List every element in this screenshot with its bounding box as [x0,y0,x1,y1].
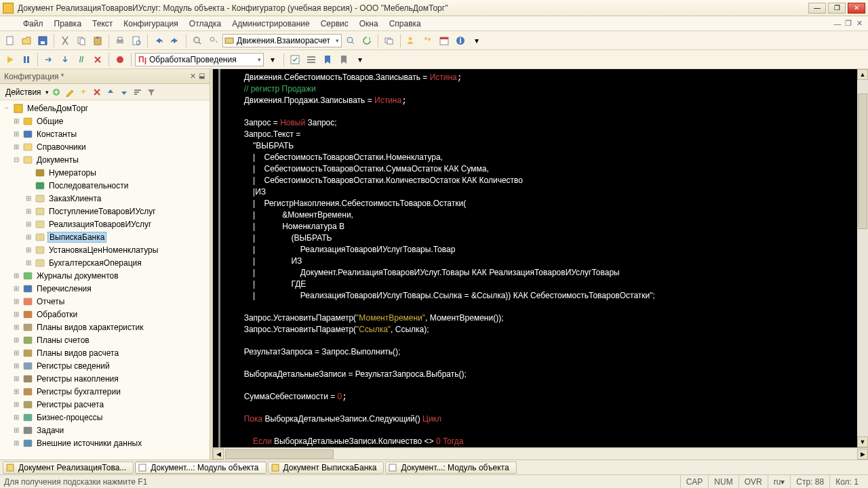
tree-item[interactable]: Последовательности [0,179,210,192]
editor-vscroll[interactable]: ▲ ▼ [857,69,868,447]
tree-item[interactable]: ⊞БухгалтерскаяОперация [0,256,210,269]
tree-item[interactable]: ⊞Внешние источники данных [0,436,210,449]
tree-item[interactable]: ⊞Отчеты [0,295,210,308]
refresh-button[interactable] [359,33,374,48]
tree-root[interactable]: −МебельДомТорг [0,102,210,115]
tree-edit-button[interactable] [64,86,76,98]
maximize-button[interactable]: ❐ [828,3,846,14]
tree-item[interactable]: ⊞Регистры расчета [0,398,210,411]
step-over-button[interactable] [41,52,56,67]
window-tab-2[interactable]: Документ...: Модуль объекта [135,462,266,474]
find-button[interactable] [190,33,205,48]
tree-item[interactable]: ⊟Документы [0,153,210,166]
print-preview-button[interactable] [129,33,144,48]
redo-button[interactable] [167,33,182,48]
window-tab-4[interactable]: Документ...: Модуль объекта [385,462,516,474]
help-button[interactable]: i [453,33,468,48]
bookmark-next-button[interactable] [336,52,351,67]
config-tree[interactable]: −МебельДомТорг⊞Общие⊞Константы⊞Справочни… [0,100,210,460]
toolbar2-more-button[interactable]: ▾ [265,52,280,67]
goto-button[interactable] [343,33,358,48]
window-tab-3[interactable]: Документ ВыпискаБанка [268,462,384,474]
scroll-right-arrow[interactable]: ▶ [857,449,868,460]
tree-delete-button[interactable] [91,86,103,98]
menu-text[interactable]: Текст [87,17,118,30]
scroll-down-arrow[interactable]: ▼ [857,436,868,447]
tree-item[interactable]: ⊞Регистры накопления [0,372,210,385]
tree-item[interactable]: ⊞УстановкаЦенНоменклатуры [0,243,210,256]
window-tab-1[interactable]: Документ РеализацияТова... [3,462,134,474]
undo-button[interactable] [151,33,166,48]
delete-breakpoint-button[interactable] [90,52,105,67]
child-close-button[interactable]: ✕ [854,19,864,28]
tree-item[interactable]: ⊞Обработки [0,308,210,321]
tree-item[interactable]: ⊞Перечисления [0,282,210,295]
windows-button[interactable] [382,33,397,48]
sidebar-pin-button[interactable]: ⬓ [199,72,208,81]
child-minimize-button[interactable]: — [833,19,842,28]
tree-moveup-button[interactable] [104,86,117,98]
menu-debug[interactable]: Отладка [184,17,226,30]
pause-debug-button[interactable] [19,52,34,67]
debug-toolbar-more-button[interactable]: ▾ [353,52,368,67]
conf-roles-button[interactable] [420,33,435,48]
calendar-button[interactable] [437,33,452,48]
sidebar-close-button[interactable]: ✕ [188,72,197,81]
menu-admin[interactable]: Администрирование [226,17,315,30]
menu-config[interactable]: Конфигурация [118,17,184,30]
tree-item[interactable]: ⊞Задачи [0,424,210,436]
open-file-button[interactable] [19,33,34,48]
step-into-button[interactable] [58,52,73,67]
procedure-selector-combo[interactable]: ПрОбработкаПроведения [135,53,264,66]
child-restore-button[interactable]: ❐ [844,19,853,28]
copy-button[interactable] [74,33,89,48]
breakpoint-button[interactable] [113,52,127,67]
tree-item[interactable]: ⊞ПоступлениеТоваровИУслуг [0,205,210,218]
tree-item[interactable]: Нумераторы [0,166,210,179]
tree-item[interactable]: ⊞Регистры бухгалтерии [0,385,210,398]
run-debug-button[interactable] [3,52,18,67]
tree-filter-button[interactable] [145,86,157,98]
app-menu-icon[interactable] [4,19,14,28]
toolbar-more-button[interactable]: ▾ [469,33,484,48]
paste-button[interactable] [90,33,105,48]
tree-item[interactable]: ⊞Планы видов характеристик [0,321,210,333]
tree-item[interactable]: ⊞Константы [0,127,210,140]
new-file-button[interactable] [3,33,18,48]
scroll-left-arrow[interactable]: ◀ [213,449,224,460]
object-selector-combo[interactable]: Движения.Взаиморасчет [222,34,342,47]
menu-windows[interactable]: Окна [354,17,384,30]
menu-help[interactable]: Справка [384,17,427,30]
menu-service[interactable]: Сервис [315,17,354,30]
status-lang[interactable]: ru ▾ [768,475,791,488]
syntax-check-button[interactable] [288,52,302,67]
code-editor[interactable]: Движения.СебестоимостьТоваров.Записывать… [218,69,868,447]
vscroll-thumb[interactable] [858,94,867,229]
tree-item[interactable]: ⊞РеализацияТоваровИУслуг [0,218,210,230]
tree-item[interactable]: ⊞Общие [0,115,210,127]
tree-item[interactable]: ⊞Журналы документов [0,269,210,282]
find-next-button[interactable] [206,33,221,48]
tree-item[interactable]: ⊞Бизнес-процессы [0,411,210,424]
tree-item[interactable]: ⊞Планы счетов [0,333,210,346]
conf-users-button[interactable] [404,33,419,48]
menu-edit[interactable]: Правка [49,17,87,30]
menu-file[interactable]: Файл [18,17,49,30]
print-button[interactable] [113,33,127,48]
tree-item[interactable]: ⊞ЗаказКлиента [0,192,210,205]
bookmark-button[interactable] [320,52,335,67]
comment-button[interactable]: // [74,52,89,67]
sidebar-actions-menu[interactable]: Действия [3,87,44,97]
editor-hscroll[interactable]: ◀ ▶ [213,447,868,460]
tree-wizard-button[interactable] [77,86,90,98]
tree-item[interactable]: ⊞Регистры сведений [0,359,210,372]
tree-item[interactable]: ⊞ВыпискаБанка [0,230,210,243]
tree-item[interactable]: ⊞Планы видов расчета [0,346,210,359]
tree-movedown-button[interactable] [118,86,130,98]
hscroll-thumb[interactable] [225,449,334,459]
tree-add-button[interactable] [50,86,62,98]
close-button[interactable]: ✕ [848,3,865,14]
tree-item[interactable]: ⊞Справочники [0,140,210,153]
minimize-button[interactable]: — [808,3,826,14]
save-button[interactable] [35,33,50,48]
